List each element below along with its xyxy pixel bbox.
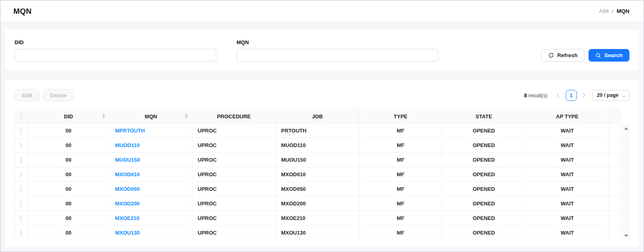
column-header-mqn[interactable]: MQN [110, 109, 192, 124]
column-header-did[interactable]: DID [28, 109, 110, 124]
mqn-link[interactable]: MUOD110 [115, 142, 140, 148]
did-filter-input[interactable] [15, 49, 216, 62]
cell-spacer [609, 196, 621, 211]
cell-mqn: MXOU130 [110, 226, 192, 240]
cell-job: MUOU150 [276, 153, 359, 167]
cell-did: 00 [28, 182, 110, 196]
cell-mqn: MXOD010 [110, 167, 192, 182]
cell-mqn: MXOD050 [110, 182, 192, 196]
page-size-select[interactable]: 20 / page [592, 90, 630, 101]
cell-did: 00 [28, 211, 110, 226]
cell-job: MXOD010 [276, 167, 359, 182]
row-checkbox-wrap [20, 201, 22, 207]
cell-mqn: MXOD200 [110, 196, 192, 211]
cell-mqn: MPRTOUTH [110, 124, 192, 138]
chevron-right-icon [582, 93, 586, 98]
table-row: 00MXOD200UPROCMXOD200MFOPENEDWAIT [15, 196, 621, 211]
cell-did: 00 [28, 226, 110, 240]
breadcrumb-separator: / [612, 8, 614, 14]
table-row: 00MXOU130UPROCMXOU130MFOPENEDWAIT [15, 226, 621, 240]
cell-type: MF [359, 226, 442, 240]
breadcrumb-parent[interactable]: AIM [599, 8, 609, 14]
cell-ap_type: WAIT [526, 167, 609, 182]
table-row: 00MXOD050UPROCMXOD050MFOPENEDWAIT [15, 182, 621, 196]
data-table: DIDMQNPROCEDUREJOBTYPESTATEAP TYPE 00MPR… [15, 109, 621, 240]
column-header-procedure: PROCEDURE [192, 109, 276, 124]
row-checkbox[interactable] [20, 215, 22, 222]
select-all-cell [15, 109, 28, 124]
filter-actions: Refresh Search [541, 49, 629, 62]
cell-spacer [609, 138, 621, 153]
did-filter-field: DID [15, 39, 216, 62]
mqn-filter-input[interactable] [237, 49, 438, 62]
cell-job: MXOD050 [276, 182, 359, 196]
cell-ap_type: WAIT [526, 196, 609, 211]
next-page-button[interactable] [580, 90, 589, 101]
filter-panel: DID MQN Refresh [5, 30, 639, 70]
mqn-link[interactable]: MXOD010 [115, 171, 140, 177]
table-row: 00MXOD010UPROCMXOD010MFOPENEDWAIT [15, 167, 621, 182]
row-checkbox[interactable] [20, 142, 22, 149]
row-checkbox-wrap [20, 128, 22, 134]
scroll-up-arrow-icon[interactable] [624, 127, 628, 130]
cell-spacer [609, 124, 621, 138]
mqn-link[interactable]: MXOD200 [115, 201, 140, 207]
row-checkbox-wrap [20, 215, 22, 222]
scroll-down-arrow-icon[interactable] [624, 235, 628, 237]
row-checkbox-wrap [20, 142, 22, 149]
row-checkbox[interactable] [20, 171, 22, 178]
row-checkbox[interactable] [20, 230, 22, 236]
row-select-cell [15, 196, 28, 211]
refresh-button[interactable]: Refresh [541, 49, 584, 62]
column-header-label: STATE [476, 113, 492, 120]
column-header-label: JOB [312, 113, 323, 120]
table-row: 00MPRTOUTHUPROCPRTOUTHMFOPENEDWAIT [15, 124, 621, 138]
row-select-cell [15, 138, 28, 153]
mqn-link[interactable]: MXOU130 [115, 230, 140, 236]
row-checkbox-wrap [20, 171, 22, 178]
cell-type: MF [359, 182, 442, 196]
breadcrumb: AIM / MQN [599, 8, 629, 14]
cell-type: MF [359, 153, 442, 167]
column-header-label: PROCEDURE [217, 113, 251, 120]
cell-ap_type: WAIT [526, 211, 609, 226]
cell-state: OPENED [442, 226, 526, 240]
cell-ap_type: WAIT [526, 226, 609, 240]
cell-spacer [609, 211, 621, 226]
mqn-filter-label: MQN [237, 39, 438, 45]
cell-spacer [609, 182, 621, 196]
page-size-value: 20 / page [597, 92, 619, 98]
chevron-down-icon [622, 94, 626, 100]
mqn-link[interactable]: MPRTOUTH [115, 128, 145, 134]
delete-button[interactable]: Delete [43, 89, 74, 101]
previous-page-button[interactable] [554, 90, 562, 101]
edit-button[interactable]: Edit [15, 89, 40, 101]
row-checkbox[interactable] [20, 128, 22, 134]
row-select-cell [15, 153, 28, 167]
select-all-checkbox[interactable] [20, 113, 22, 120]
row-checkbox[interactable] [20, 157, 22, 163]
search-button[interactable]: Search [589, 49, 629, 62]
cell-mqn: MUOU150 [110, 153, 192, 167]
page-number-button[interactable]: 1 [566, 90, 577, 101]
cell-did: 00 [28, 138, 110, 153]
cell-spacer [609, 153, 621, 167]
pagination-bar: 8 result(s) 1 20 / page [524, 90, 629, 101]
table-toolbar: Edit Delete 8 result(s) 1 [15, 89, 629, 101]
row-select-cell [15, 211, 28, 226]
mqn-link[interactable]: MXOD050 [115, 186, 140, 192]
table-header-row: DIDMQNPROCEDUREJOBTYPESTATEAP TYPE [15, 109, 621, 124]
row-checkbox[interactable] [20, 186, 22, 192]
breadcrumb-current: MQN [617, 8, 630, 14]
sort-carets-icon[interactable] [185, 114, 188, 119]
row-select-cell [15, 167, 28, 182]
vertical-scrollbar[interactable] [623, 124, 629, 240]
cell-state: OPENED [442, 153, 526, 167]
cell-mqn: MUOD110 [110, 138, 192, 153]
row-checkbox[interactable] [20, 201, 22, 207]
sort-carets-icon[interactable] [102, 114, 105, 119]
mqn-link[interactable]: MUOU150 [115, 157, 140, 163]
column-header-ap_type: AP TYPE [526, 109, 609, 124]
mqn-link[interactable]: MXOE210 [115, 215, 139, 221]
refresh-button-label: Refresh [557, 52, 578, 58]
